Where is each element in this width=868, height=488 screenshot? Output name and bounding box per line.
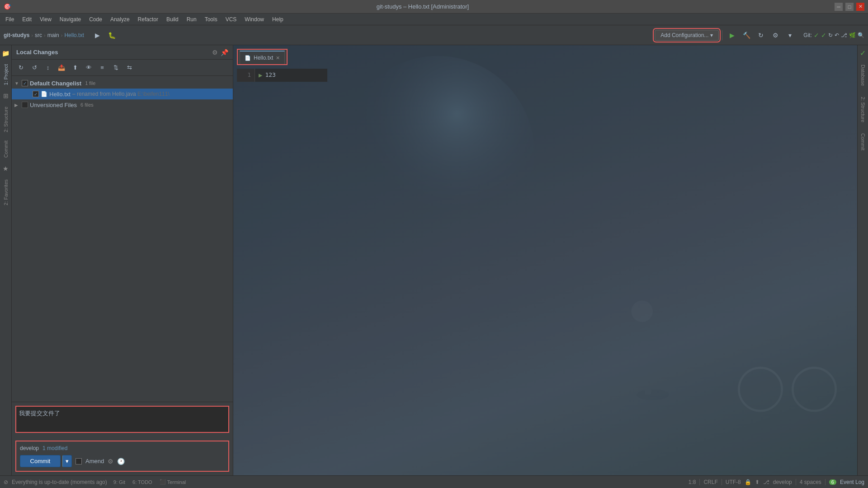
run-inline-button[interactable]: ▶ (259, 70, 262, 80)
add-config-label: Add Configuration... (660, 32, 708, 38)
menu-analyze[interactable]: Analyze (107, 15, 133, 23)
git-text: Git: (803, 32, 812, 38)
commit-settings-icon[interactable]: ⚙ (108, 458, 113, 465)
title-bar-title: git-studys – Hello.txt [Administrator] (377, 3, 469, 10)
shelf-button[interactable]: 📤 (55, 61, 68, 74)
editor-tab-hello[interactable]: 📄 Hello.txt ✕ (240, 51, 285, 64)
move-to-changelist-button[interactable]: ↕ (42, 61, 54, 74)
toolbar-reload-btn[interactable]: ↻ (755, 29, 767, 42)
commit-button[interactable]: Commit (20, 455, 61, 467)
menu-refactor[interactable]: Refactor (134, 15, 162, 23)
branch-status: ⎇ (763, 479, 769, 485)
right-check-icon: ✓ (860, 49, 866, 57)
menu-window[interactable]: Window (241, 15, 268, 23)
breadcrumb-project[interactable]: git-studys (4, 32, 29, 38)
tab-file-icon: 📄 (245, 55, 251, 61)
cursor-position[interactable]: 1:8 (689, 479, 696, 485)
toolbar-play-btn[interactable]: ▶ (726, 29, 738, 42)
commit-message-input[interactable]: 我要提交文件了 (15, 406, 229, 433)
minimize-button[interactable]: ─ (835, 3, 843, 11)
git-check-icon: ✓ (814, 32, 819, 39)
bottom-tab-git[interactable]: 9: Git (111, 478, 128, 486)
breadcrumb-sep2: › (44, 33, 46, 38)
toolbar: git-studys › src › main › Hello.txt ▶ 🐛 … (0, 25, 868, 45)
local-changes-panel: Local Changes ⚙ 📌 ↻ ↺ ↕ 📤 ⬆ 👁 ≡ ⇅ ⇆ ▼ ✓ … (12, 45, 233, 475)
right-tab-commit[interactable]: Commit (859, 130, 867, 154)
modified-badge: 1 modified (42, 445, 67, 451)
menu-navigate[interactable]: Navigate (56, 15, 85, 23)
commit-dropdown-button[interactable]: ▾ (62, 455, 72, 467)
encoding[interactable]: UTF-8 (726, 479, 741, 485)
svg-point-7 (596, 404, 623, 418)
menu-edit[interactable]: Edit (19, 15, 35, 23)
commit-history-icon[interactable]: 🕐 (117, 458, 125, 465)
breadcrumb-main[interactable]: main (47, 32, 59, 38)
menu-run[interactable]: Run (183, 15, 200, 23)
update-button[interactable]: ⬆ (69, 61, 81, 74)
menu-help[interactable]: Help (269, 15, 287, 23)
terminal-icon: ⬛ (160, 479, 166, 485)
sidebar-icon-commit[interactable]: Commit (1, 137, 10, 161)
bottom-tabs: 9: Git 6: TODO ⬛ Terminal (111, 478, 189, 486)
file-tree: ▼ ✓ Default Changelist 1 file ✓ 📄 Hello.… (12, 76, 233, 402)
line-ending[interactable]: CRLF (703, 479, 717, 485)
maximize-button[interactable]: □ (845, 3, 854, 11)
breadcrumb-sep3: › (61, 33, 63, 38)
git-label: Git: ✓ ✓ ↻ ↶ ⎇ 🌿 🔍 (803, 32, 864, 39)
git-refresh-icon[interactable]: ↻ (828, 32, 833, 38)
sidebar-icon-grid[interactable]: ⊞ (0, 89, 11, 102)
sidebar-icon-project[interactable]: 📁 (0, 47, 12, 60)
bottom-tab-todo[interactable]: 6: TODO (130, 478, 155, 486)
git-tree-icon[interactable]: 🌿 (849, 32, 856, 38)
breadcrumb-file[interactable]: Hello.txt (64, 32, 84, 38)
svg-point-4 (631, 300, 653, 322)
bottom-tab-terminal[interactable]: ⬛ Terminal (157, 478, 189, 486)
group-button[interactable]: ≡ (96, 61, 108, 74)
toolbar-settings-btn[interactable]: ⚙ (769, 29, 782, 42)
expand-button[interactable]: ⇅ (109, 61, 122, 74)
view-options-button[interactable]: 👁 (82, 61, 95, 74)
code-area[interactable]: ▶ 123 (255, 69, 279, 82)
sidebar-icon-star[interactable]: ★ (0, 162, 11, 175)
menu-vcs[interactable]: VCS (222, 15, 241, 23)
status-warning: ⊘ (4, 479, 8, 485)
tab-close-button[interactable]: ✕ (276, 55, 280, 61)
refresh-changes-button[interactable]: ↻ (14, 61, 27, 74)
git-branch-icon[interactable]: ⎇ (841, 32, 847, 38)
right-tab-structure[interactable]: 2: Structure (859, 93, 867, 126)
breadcrumb-src[interactable]: src (35, 32, 42, 38)
unversioned-files-item[interactable]: ▶ Unversioned Files 6 files (12, 99, 233, 110)
add-configuration-button[interactable]: Add Configuration... ▾ (655, 30, 719, 41)
collapse-button[interactable]: ⇆ (123, 61, 136, 74)
hello-txt-item[interactable]: ✓ 📄 Hello.txt – renamed from Hello.java … (12, 89, 233, 99)
close-button[interactable]: ✕ (856, 3, 864, 11)
indent-settings[interactable]: 4 spaces (800, 479, 821, 485)
menu-tools[interactable]: Tools (201, 15, 221, 23)
amend-checkbox[interactable] (75, 458, 82, 465)
file-checkbox[interactable]: ✓ (33, 91, 39, 97)
undo-changes-button[interactable]: ↺ (28, 61, 41, 74)
menu-code[interactable]: Code (85, 15, 106, 23)
git-search-icon[interactable]: 🔍 (858, 32, 864, 38)
event-log-link[interactable]: Event Log (840, 479, 864, 485)
unversioned-checkbox[interactable] (22, 102, 28, 108)
sidebar-tab-project[interactable]: 1: Project (1, 61, 10, 89)
changelist-checkbox[interactable]: ✓ (22, 80, 28, 86)
menu-build[interactable]: Build (163, 15, 182, 23)
toolbar-build-btn[interactable]: 🔨 (740, 29, 753, 42)
default-changelist-item[interactable]: ▼ ✓ Default Changelist 1 file (12, 78, 233, 89)
pin-icon[interactable]: 📌 (221, 49, 228, 56)
git-back-icon[interactable]: ↶ (835, 32, 839, 38)
settings-gear-icon[interactable]: ⚙ (212, 49, 218, 56)
sidebar-tab-favorites[interactable]: 2: Favorites (1, 176, 10, 209)
debug-button[interactable]: 🐛 (106, 29, 118, 42)
sidebar-tab-structure[interactable]: 2: Structure (1, 103, 10, 136)
menu-file[interactable]: File (2, 15, 18, 23)
toolbar-dropdown-btn[interactable]: ▾ (783, 29, 796, 42)
svg-rect-3 (645, 314, 651, 395)
git-check2-icon: ✓ (821, 32, 826, 39)
run-button[interactable]: ▶ (91, 29, 104, 42)
menu-view[interactable]: View (36, 15, 55, 23)
bottom-branch-name[interactable]: develop (773, 479, 792, 485)
right-tab-database[interactable]: Database (859, 61, 867, 89)
